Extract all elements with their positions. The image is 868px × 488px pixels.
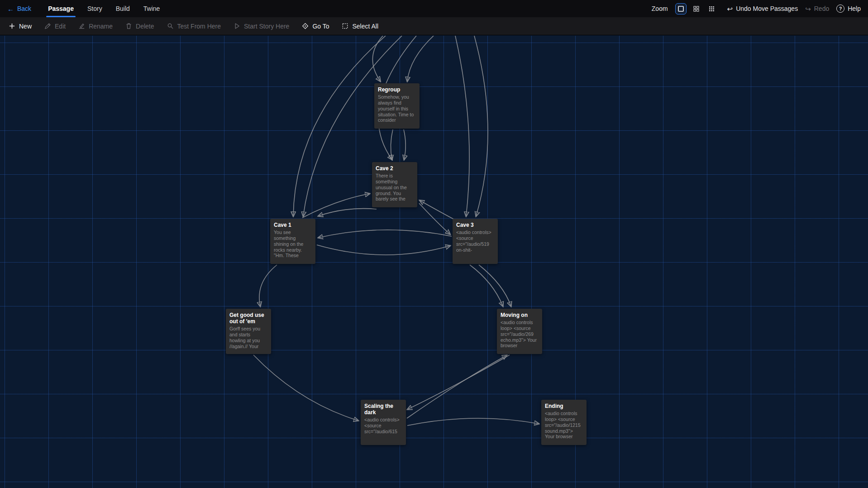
top-bar: ← Back PassageStoryBuildTwine Zoom (0, 0, 868, 17)
undo-move-passages-button[interactable]: ↩ Undo Move Passages (727, 5, 798, 12)
top-bar-right: Zoom (652, 3, 861, 14)
passage-title: Ending (545, 403, 583, 409)
nine-dots-icon-button[interactable] (706, 3, 717, 14)
passage-moving-on[interactable]: Moving on<audio controls loop> <source s… (497, 309, 542, 354)
passage-get-good-use-out-of-em[interactable]: Get good use out of 'emGorff sees you an… (226, 309, 271, 354)
tab-story[interactable]: Story (81, 0, 109, 17)
passage-toolbar: NewEditRenameDeleteTest From HereStart S… (0, 17, 868, 35)
passage-excerpt: <audio controls loop> <source src="/audi… (501, 320, 539, 349)
test-from-here-button: Test From Here (162, 20, 226, 33)
help-button[interactable]: ? Help (836, 5, 861, 13)
link-cave-3-to-moving-on (470, 265, 503, 306)
undo-icon: ↩ (727, 5, 733, 12)
select-all-button[interactable]: Select All (337, 20, 383, 33)
help-label: Help (848, 5, 861, 12)
zoom-full-button[interactable] (675, 3, 687, 14)
passage-title: Cave 3 (456, 222, 494, 228)
passage-title: Cave 1 (274, 222, 312, 228)
link-scaling-the-dark-to-moving-on (407, 355, 506, 418)
passage-excerpt: <audio controls> <source src="/audio/615 (364, 417, 402, 434)
link-get-good-use-out-of-em-to-scaling-the-dark (253, 355, 358, 421)
start-story-here-label: Start Story Here (244, 23, 289, 30)
test-icon (167, 23, 174, 29)
link-cave-3-to-cave-2 (420, 201, 456, 220)
rename-label: Rename (89, 23, 113, 30)
tab-build[interactable]: Build (109, 0, 137, 17)
nine-dots-icon (709, 6, 715, 12)
link-offscreen-top-to-regroup (407, 36, 434, 81)
passage-excerpt: <audio controls> <source src="/audio/519… (456, 230, 494, 253)
test-from-here-label: Test From Here (177, 23, 221, 30)
rename-button: Rename (73, 20, 118, 33)
redo-icon: ↪ (805, 5, 811, 12)
passage-cave-3[interactable]: Cave 3<audio controls> <source src="/aud… (453, 219, 498, 264)
new-button[interactable]: New (4, 20, 37, 33)
passage-cave-2[interactable]: Cave 2There is something unusual on the … (372, 162, 417, 207)
start-icon (234, 23, 240, 29)
new-label: New (19, 23, 32, 30)
edit-label: Edit (55, 23, 66, 30)
link-arrows-layer (0, 36, 868, 488)
link-offscreen-top-to-cave-3 (455, 36, 469, 216)
passage-ending[interactable]: Ending<audio controls loop> <source src=… (541, 400, 587, 445)
zoom-medium-button[interactable] (691, 3, 702, 14)
link-cave-1-to-cave-2 (302, 194, 369, 218)
back-button[interactable]: ← Back (7, 5, 31, 13)
link-offscreen-top-to-cave-3 (474, 36, 488, 216)
rename-icon (78, 23, 85, 29)
select-all-label: Select All (352, 23, 378, 30)
passage-excerpt: You see something shining on the rocks n… (274, 230, 312, 258)
go-to-label: Go To (312, 23, 329, 30)
link-cave-3-to-moving-on (479, 265, 511, 306)
link-cave-2-to-cave-3 (419, 203, 450, 234)
redo-button: ↪ Redo (805, 5, 829, 12)
redo-label: Redo (814, 5, 829, 12)
passage-title: Cave 2 (376, 165, 414, 172)
passage-title: Scaling the dark (364, 403, 402, 416)
passage-title: Get good use out of 'em (229, 312, 267, 325)
link-cave-1-to-cave-3 (317, 245, 450, 255)
back-label: Back (17, 5, 31, 12)
link-moving-on-to-scaling-the-dark (408, 355, 510, 409)
undo-label: Undo Move Passages (736, 5, 798, 12)
go-to-button[interactable]: Go To (297, 20, 334, 33)
link-regroup-to-cave-2 (391, 129, 393, 159)
passage-excerpt: Somehow, you always find yourself in thi… (378, 94, 416, 123)
zoom-button-group (675, 3, 717, 14)
back-arrow-icon: ← (7, 5, 14, 13)
link-scaling-the-dark-to-ending (407, 418, 539, 426)
square-icon (678, 6, 684, 12)
link-cave-2-to-cave-1 (319, 209, 377, 216)
passage-scaling-the-dark[interactable]: Scaling the dark<audio controls> <source… (361, 400, 406, 445)
pencil-icon (44, 23, 51, 29)
story-map-canvas[interactable]: RegroupSomehow, you always find yourself… (0, 36, 868, 488)
goto-icon (302, 23, 309, 29)
four-squares-icon (693, 6, 699, 12)
delete-button: Delete (120, 20, 159, 33)
tab-bar: PassageStoryBuildTwine (41, 0, 167, 17)
passage-excerpt: Gorff sees you and starts howling at you… (229, 326, 267, 349)
passage-title: Moving on (501, 312, 539, 318)
edit-button: Edit (39, 20, 71, 33)
passage-cave-1[interactable]: Cave 1You see something shining on the r… (270, 219, 315, 264)
link-cave-3-to-cave-1 (319, 230, 452, 238)
tab-twine[interactable]: Twine (137, 0, 167, 17)
tab-passage[interactable]: Passage (41, 0, 81, 17)
zoom-label: Zoom (652, 5, 668, 12)
passage-regroup[interactable]: RegroupSomehow, you always find yourself… (374, 83, 420, 129)
select-all-icon (342, 23, 348, 29)
trash-icon (125, 23, 132, 29)
passage-excerpt: There is something unusual on the ground… (376, 173, 414, 202)
help-icon: ? (836, 5, 844, 13)
passage-title: Regroup (378, 86, 416, 93)
start-story-here-button: Start Story Here (229, 20, 294, 33)
delete-label: Delete (136, 23, 154, 30)
link-offscreen-top-to-regroup (372, 36, 383, 81)
plus-icon (9, 23, 15, 29)
link-cave-1-to-get-good-use-out-of-em (259, 265, 277, 306)
passage-excerpt: <audio controls loop> <source src="/audi… (545, 411, 583, 440)
link-regroup-to-cave-2 (404, 129, 405, 159)
